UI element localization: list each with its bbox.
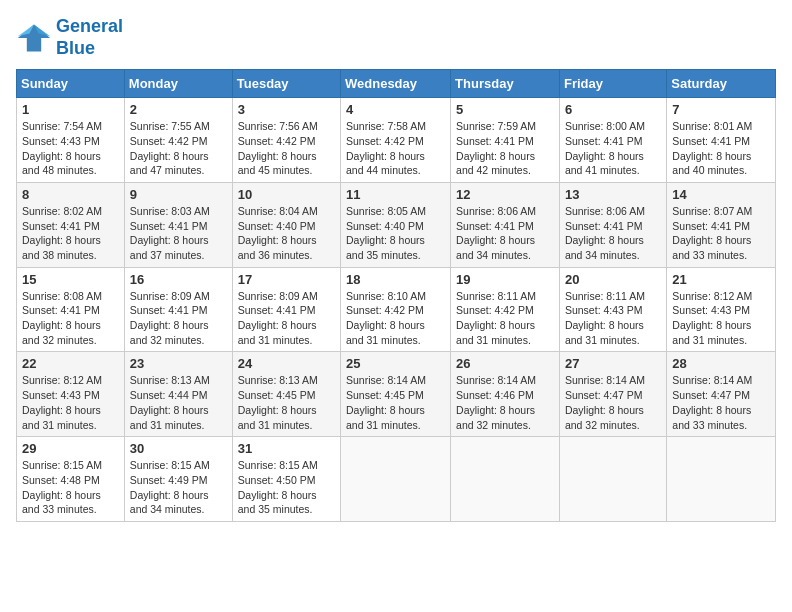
day-number: 11 [346, 187, 445, 202]
day-detail: Sunrise: 8:09 AM Sunset: 4:41 PM Dayligh… [238, 289, 335, 348]
day-detail: Sunrise: 8:02 AM Sunset: 4:41 PM Dayligh… [22, 204, 119, 263]
day-number: 22 [22, 356, 119, 371]
calendar-cell: 8 Sunrise: 8:02 AM Sunset: 4:41 PM Dayli… [17, 182, 125, 267]
calendar-cell: 25 Sunrise: 8:14 AM Sunset: 4:45 PM Dayl… [341, 352, 451, 437]
day-detail: Sunrise: 8:05 AM Sunset: 4:40 PM Dayligh… [346, 204, 445, 263]
calendar-cell: 24 Sunrise: 8:13 AM Sunset: 4:45 PM Dayl… [232, 352, 340, 437]
calendar-cell: 5 Sunrise: 7:59 AM Sunset: 4:41 PM Dayli… [451, 98, 560, 183]
day-detail: Sunrise: 8:10 AM Sunset: 4:42 PM Dayligh… [346, 289, 445, 348]
svg-marker-0 [18, 24, 50, 51]
day-number: 8 [22, 187, 119, 202]
calendar-cell: 7 Sunrise: 8:01 AM Sunset: 4:41 PM Dayli… [667, 98, 776, 183]
day-detail: Sunrise: 8:04 AM Sunset: 4:40 PM Dayligh… [238, 204, 335, 263]
day-number: 17 [238, 272, 335, 287]
day-detail: Sunrise: 8:03 AM Sunset: 4:41 PM Dayligh… [130, 204, 227, 263]
day-detail: Sunrise: 8:15 AM Sunset: 4:49 PM Dayligh… [130, 458, 227, 517]
day-number: 10 [238, 187, 335, 202]
calendar-cell: 29 Sunrise: 8:15 AM Sunset: 4:48 PM Dayl… [17, 437, 125, 522]
calendar-cell: 6 Sunrise: 8:00 AM Sunset: 4:41 PM Dayli… [559, 98, 666, 183]
calendar-cell: 31 Sunrise: 8:15 AM Sunset: 4:50 PM Dayl… [232, 437, 340, 522]
calendar-cell: 12 Sunrise: 8:06 AM Sunset: 4:41 PM Dayl… [451, 182, 560, 267]
logo-text: General Blue [56, 16, 123, 59]
day-number: 29 [22, 441, 119, 456]
calendar-cell: 28 Sunrise: 8:14 AM Sunset: 4:47 PM Dayl… [667, 352, 776, 437]
weekday-saturday: Saturday [667, 70, 776, 98]
day-number: 27 [565, 356, 661, 371]
weekday-header-row: SundayMondayTuesdayWednesdayThursdayFrid… [17, 70, 776, 98]
day-number: 30 [130, 441, 227, 456]
day-detail: Sunrise: 8:11 AM Sunset: 4:43 PM Dayligh… [565, 289, 661, 348]
calendar-table: SundayMondayTuesdayWednesdayThursdayFrid… [16, 69, 776, 522]
calendar-cell: 2 Sunrise: 7:55 AM Sunset: 4:42 PM Dayli… [124, 98, 232, 183]
calendar-cell: 1 Sunrise: 7:54 AM Sunset: 4:43 PM Dayli… [17, 98, 125, 183]
calendar-cell: 26 Sunrise: 8:14 AM Sunset: 4:46 PM Dayl… [451, 352, 560, 437]
calendar-cell: 19 Sunrise: 8:11 AM Sunset: 4:42 PM Dayl… [451, 267, 560, 352]
day-number: 3 [238, 102, 335, 117]
weekday-wednesday: Wednesday [341, 70, 451, 98]
day-number: 14 [672, 187, 770, 202]
day-number: 7 [672, 102, 770, 117]
day-number: 5 [456, 102, 554, 117]
calendar-cell: 22 Sunrise: 8:12 AM Sunset: 4:43 PM Dayl… [17, 352, 125, 437]
day-number: 19 [456, 272, 554, 287]
week-row-1: 1 Sunrise: 7:54 AM Sunset: 4:43 PM Dayli… [17, 98, 776, 183]
day-detail: Sunrise: 8:15 AM Sunset: 4:50 PM Dayligh… [238, 458, 335, 517]
calendar-cell: 14 Sunrise: 8:07 AM Sunset: 4:41 PM Dayl… [667, 182, 776, 267]
day-detail: Sunrise: 7:56 AM Sunset: 4:42 PM Dayligh… [238, 119, 335, 178]
week-row-3: 15 Sunrise: 8:08 AM Sunset: 4:41 PM Dayl… [17, 267, 776, 352]
day-detail: Sunrise: 8:13 AM Sunset: 4:44 PM Dayligh… [130, 373, 227, 432]
calendar-cell [667, 437, 776, 522]
calendar-cell [341, 437, 451, 522]
day-detail: Sunrise: 8:06 AM Sunset: 4:41 PM Dayligh… [565, 204, 661, 263]
calendar-cell: 17 Sunrise: 8:09 AM Sunset: 4:41 PM Dayl… [232, 267, 340, 352]
day-number: 15 [22, 272, 119, 287]
calendar-cell: 18 Sunrise: 8:10 AM Sunset: 4:42 PM Dayl… [341, 267, 451, 352]
day-detail: Sunrise: 8:14 AM Sunset: 4:47 PM Dayligh… [672, 373, 770, 432]
calendar-cell: 3 Sunrise: 7:56 AM Sunset: 4:42 PM Dayli… [232, 98, 340, 183]
day-detail: Sunrise: 8:11 AM Sunset: 4:42 PM Dayligh… [456, 289, 554, 348]
logo-icon [16, 20, 52, 56]
page-header: General Blue [16, 16, 776, 59]
day-number: 4 [346, 102, 445, 117]
day-detail: Sunrise: 7:55 AM Sunset: 4:42 PM Dayligh… [130, 119, 227, 178]
week-row-4: 22 Sunrise: 8:12 AM Sunset: 4:43 PM Dayl… [17, 352, 776, 437]
day-number: 31 [238, 441, 335, 456]
weekday-tuesday: Tuesday [232, 70, 340, 98]
calendar-cell: 10 Sunrise: 8:04 AM Sunset: 4:40 PM Dayl… [232, 182, 340, 267]
day-detail: Sunrise: 8:01 AM Sunset: 4:41 PM Dayligh… [672, 119, 770, 178]
day-number: 21 [672, 272, 770, 287]
day-number: 13 [565, 187, 661, 202]
day-detail: Sunrise: 8:12 AM Sunset: 4:43 PM Dayligh… [22, 373, 119, 432]
day-number: 20 [565, 272, 661, 287]
day-detail: Sunrise: 8:12 AM Sunset: 4:43 PM Dayligh… [672, 289, 770, 348]
calendar-cell: 9 Sunrise: 8:03 AM Sunset: 4:41 PM Dayli… [124, 182, 232, 267]
day-number: 28 [672, 356, 770, 371]
calendar-cell: 23 Sunrise: 8:13 AM Sunset: 4:44 PM Dayl… [124, 352, 232, 437]
week-row-5: 29 Sunrise: 8:15 AM Sunset: 4:48 PM Dayl… [17, 437, 776, 522]
logo: General Blue [16, 16, 123, 59]
day-number: 9 [130, 187, 227, 202]
day-number: 2 [130, 102, 227, 117]
day-number: 6 [565, 102, 661, 117]
calendar-cell [559, 437, 666, 522]
calendar-cell: 15 Sunrise: 8:08 AM Sunset: 4:41 PM Dayl… [17, 267, 125, 352]
day-detail: Sunrise: 8:00 AM Sunset: 4:41 PM Dayligh… [565, 119, 661, 178]
calendar-cell: 27 Sunrise: 8:14 AM Sunset: 4:47 PM Dayl… [559, 352, 666, 437]
day-number: 16 [130, 272, 227, 287]
day-number: 26 [456, 356, 554, 371]
day-detail: Sunrise: 8:06 AM Sunset: 4:41 PM Dayligh… [456, 204, 554, 263]
day-detail: Sunrise: 8:07 AM Sunset: 4:41 PM Dayligh… [672, 204, 770, 263]
day-detail: Sunrise: 8:15 AM Sunset: 4:48 PM Dayligh… [22, 458, 119, 517]
day-detail: Sunrise: 8:09 AM Sunset: 4:41 PM Dayligh… [130, 289, 227, 348]
calendar-cell: 20 Sunrise: 8:11 AM Sunset: 4:43 PM Dayl… [559, 267, 666, 352]
day-detail: Sunrise: 8:14 AM Sunset: 4:47 PM Dayligh… [565, 373, 661, 432]
day-detail: Sunrise: 8:14 AM Sunset: 4:45 PM Dayligh… [346, 373, 445, 432]
day-detail: Sunrise: 8:14 AM Sunset: 4:46 PM Dayligh… [456, 373, 554, 432]
day-number: 18 [346, 272, 445, 287]
weekday-monday: Monday [124, 70, 232, 98]
day-detail: Sunrise: 7:58 AM Sunset: 4:42 PM Dayligh… [346, 119, 445, 178]
calendar-cell: 30 Sunrise: 8:15 AM Sunset: 4:49 PM Dayl… [124, 437, 232, 522]
day-detail: Sunrise: 7:54 AM Sunset: 4:43 PM Dayligh… [22, 119, 119, 178]
day-number: 23 [130, 356, 227, 371]
weekday-thursday: Thursday [451, 70, 560, 98]
